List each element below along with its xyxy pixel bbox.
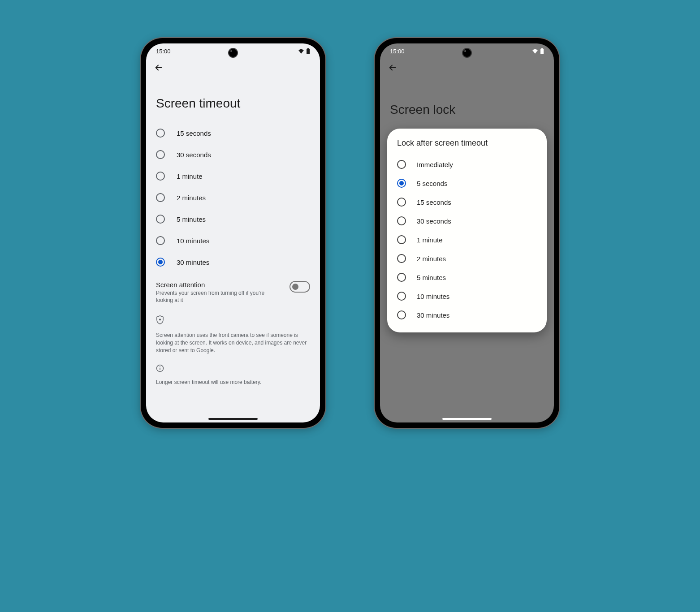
status-icons: [532, 48, 544, 54]
phone-frame: 15:00 Screen lock Lock after screen time…: [375, 38, 559, 428]
wifi-icon: [532, 48, 538, 54]
option-label: 15 seconds: [417, 198, 451, 206]
option-30-minutes[interactable]: 30 minutes: [395, 306, 539, 324]
attention-toggle[interactable]: [290, 281, 310, 293]
radio-icon: [156, 236, 165, 245]
back-button[interactable]: [152, 61, 165, 74]
option-label: 10 minutes: [417, 293, 449, 300]
arrow-left-icon: [388, 63, 398, 73]
option-5-minutes[interactable]: 5 minutes: [395, 268, 539, 287]
screen-timeout-settings: 15:00 Screen timeout 15 seconds: [146, 43, 320, 422]
svg-rect-7: [541, 48, 543, 49]
gesture-bar[interactable]: [208, 418, 258, 420]
status-time: 15:00: [390, 48, 405, 55]
option-label: 30 seconds: [177, 151, 211, 159]
option-label: 5 seconds: [417, 180, 447, 187]
option-30-seconds[interactable]: 30 seconds: [395, 211, 539, 230]
option-label: 10 minutes: [177, 237, 209, 245]
attention-title: Screen attention: [156, 281, 282, 289]
radio-icon: [397, 198, 406, 207]
option-10-minutes[interactable]: 10 minutes: [156, 230, 310, 251]
dialog-title: Lock after screen timeout: [395, 138, 539, 148]
radio-icon: [156, 258, 165, 267]
info-icon-row: [146, 357, 320, 376]
option-label: 5 minutes: [417, 274, 446, 281]
svg-rect-0: [307, 49, 310, 54]
privacy-icon-row: [146, 307, 320, 329]
gesture-bar[interactable]: [442, 418, 492, 420]
timeout-options: 15 seconds 30 seconds 1 minute 2 minutes…: [146, 122, 320, 273]
screen-attention-row[interactable]: Screen attention Prevents your screen fr…: [146, 273, 320, 307]
option-label: 2 minutes: [177, 194, 206, 202]
radio-icon: [156, 129, 165, 138]
option-10-minutes[interactable]: 10 minutes: [395, 287, 539, 306]
option-2-minutes[interactable]: 2 minutes: [156, 187, 310, 208]
info-icon: [156, 364, 164, 372]
option-5-minutes[interactable]: 5 minutes: [156, 208, 310, 230]
option-label: 2 minutes: [417, 255, 446, 263]
radio-icon: [397, 254, 406, 263]
svg-point-2: [159, 319, 161, 321]
radio-icon: [397, 273, 406, 282]
svg-rect-1: [307, 48, 309, 49]
radio-icon: [156, 150, 165, 159]
svg-point-4: [160, 366, 160, 367]
svg-rect-5: [160, 368, 160, 370]
radio-icon: [397, 310, 406, 319]
radio-icon: [397, 160, 406, 169]
camera-notch: [462, 48, 472, 58]
option-30-minutes[interactable]: 30 minutes: [156, 251, 310, 273]
status-icons: [298, 48, 310, 54]
option-15-seconds[interactable]: 15 seconds: [395, 193, 539, 211]
option-label: 30 seconds: [417, 217, 451, 225]
phone-left: 15:00 Screen timeout 15 seconds: [141, 38, 325, 428]
back-button[interactable]: [386, 61, 399, 74]
radio-icon: [156, 172, 165, 181]
shield-icon: [156, 315, 164, 324]
radio-icon: [397, 179, 406, 188]
option-1-minute[interactable]: 1 minute: [395, 230, 539, 249]
option-1-minute[interactable]: 1 minute: [156, 165, 310, 187]
phone-frame: 15:00 Screen timeout 15 seconds: [141, 38, 325, 428]
option-label: 1 minute: [177, 172, 203, 180]
privacy-description: Screen attention uses the front camera t…: [146, 329, 320, 357]
option-5-seconds[interactable]: 5 seconds: [395, 174, 539, 193]
page-title: Screen lock: [380, 80, 554, 129]
arrow-left-icon: [154, 63, 164, 73]
radio-icon: [397, 216, 406, 225]
option-label: 30 minutes: [177, 259, 209, 266]
page-title: Screen timeout: [146, 74, 320, 122]
option-2-minutes[interactable]: 2 minutes: [395, 249, 539, 268]
option-30-seconds[interactable]: 30 seconds: [156, 144, 310, 165]
battery-icon: [540, 48, 544, 54]
wifi-icon: [298, 48, 304, 54]
radio-icon: [397, 292, 406, 301]
option-15-seconds[interactable]: 15 seconds: [156, 122, 310, 144]
option-label: 15 seconds: [177, 129, 211, 137]
radio-icon: [156, 215, 165, 224]
radio-icon: [156, 193, 165, 202]
camera-notch: [228, 48, 238, 58]
option-label: 30 minutes: [417, 311, 449, 319]
attention-subtitle: Prevents your screen from turning off if…: [156, 289, 282, 304]
status-time: 15:00: [156, 48, 171, 55]
footer-note: Longer screen timeout will use more batt…: [146, 376, 320, 389]
option-immediately[interactable]: Immediately: [395, 155, 539, 174]
battery-icon: [306, 48, 310, 54]
option-label: 5 minutes: [177, 215, 206, 223]
option-label: Immediately: [417, 161, 453, 168]
option-label: 1 minute: [417, 236, 443, 244]
phone-right: 15:00 Screen lock Lock after screen time…: [375, 38, 559, 428]
svg-rect-6: [540, 49, 544, 54]
radio-icon: [397, 235, 406, 244]
screen-lock-settings: 15:00 Screen lock Lock after screen time…: [380, 43, 554, 422]
lock-timeout-dialog: Lock after screen timeout Immediately 5 …: [387, 129, 547, 332]
